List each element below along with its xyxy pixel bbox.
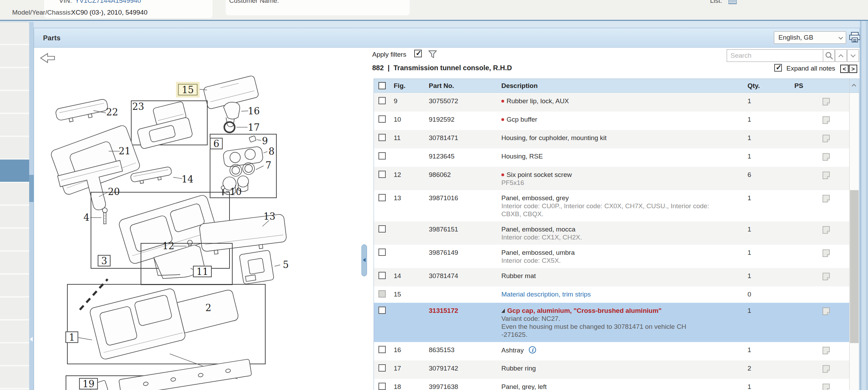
diagram-callout-12[interactable]: 12 xyxy=(162,241,174,251)
diagram-callout-22[interactable]: 22 xyxy=(106,107,118,117)
qty-cell: 6 xyxy=(743,167,782,190)
expand-all-notes-checkbox[interactable] xyxy=(774,64,782,72)
sidebar-selected-item[interactable] xyxy=(0,160,29,182)
row-checkbox[interactable] xyxy=(378,171,386,178)
description-cell: Gcp cap, aluminium, "Cross-brushed alumi… xyxy=(498,303,743,342)
row-checkbox[interactable] xyxy=(378,383,386,390)
diagram-callout-16[interactable]: 16 xyxy=(248,106,260,116)
table-row[interactable]: 1339871016Panel, embossed, greyInterior … xyxy=(374,190,850,221)
ps-cell xyxy=(782,130,850,148)
table-row[interactable]: 39876149Panel, embossed, umbraInterior c… xyxy=(374,245,850,268)
description-text: Ashtrayi xyxy=(501,346,710,356)
ps-note-icon[interactable] xyxy=(821,171,831,182)
apply-filters-checkbox[interactable] xyxy=(414,50,422,57)
row-checkbox[interactable] xyxy=(378,346,386,353)
sidebar-splitter[interactable] xyxy=(29,22,34,390)
diagram-callout-15[interactable]: 15 xyxy=(178,84,198,96)
chevron-down-icon xyxy=(851,52,856,57)
info-icon[interactable]: i xyxy=(528,346,536,356)
print-button[interactable] xyxy=(849,32,861,43)
description-subtext: Interior code: CX1X, CH2X. xyxy=(501,233,710,241)
part-no-cell: 8635153 xyxy=(428,342,498,360)
diagram-callout-8[interactable]: 8 xyxy=(268,147,274,156)
model-label: Model/Year/Chassis: xyxy=(12,9,73,16)
table-row[interactable]: 9123645Housing, RSE1 xyxy=(374,148,850,167)
material-description-link[interactable]: Material description, trim strips xyxy=(501,290,710,298)
table-row[interactable]: 109192592Gcp buffer1 xyxy=(374,112,850,130)
ps-note-icon[interactable] xyxy=(821,346,831,357)
row-checkbox[interactable] xyxy=(378,194,386,201)
table-row[interactable]: 31315172Gcp cap, aluminium, "Cross-brush… xyxy=(374,303,850,342)
prev-section-button[interactable]: < xyxy=(840,65,849,73)
table-scrollbar[interactable] xyxy=(849,79,859,390)
diagram-callout-17[interactable]: 17 xyxy=(248,123,260,132)
ps-note-icon[interactable] xyxy=(821,272,831,283)
vin-value-link[interactable]: YV1CZ7144A1549940 xyxy=(75,0,141,5)
table-row[interactable]: 15Material description, trim strips0 xyxy=(374,286,850,303)
diagram-callout-20[interactable]: 20 xyxy=(108,187,120,196)
list-icon[interactable] xyxy=(728,0,737,4)
ps-note-icon[interactable] xyxy=(821,134,831,145)
table-row[interactable]: 39876151Panel, embossed, moccaInterior c… xyxy=(374,221,850,245)
row-checkbox[interactable] xyxy=(378,307,386,314)
part-no-cell[interactable]: 31315172 xyxy=(428,303,498,342)
search-button[interactable] xyxy=(823,49,835,62)
ps-note-icon[interactable] xyxy=(821,249,831,260)
ps-note-icon[interactable] xyxy=(821,225,831,236)
ps-note-icon[interactable] xyxy=(821,383,831,390)
diagram-callout-4[interactable]: 4 xyxy=(83,213,89,222)
diagram-callout-5[interactable]: 5 xyxy=(283,260,289,269)
ps-note-icon[interactable] xyxy=(821,307,831,318)
diagram-callout-21[interactable]: 21 xyxy=(119,146,131,156)
col-ps: PS xyxy=(794,79,803,93)
search-prev-button[interactable] xyxy=(835,49,847,62)
diagram-callout-19[interactable]: 19 xyxy=(79,378,98,390)
ps-note-icon[interactable] xyxy=(821,115,831,127)
next-section-button[interactable]: > xyxy=(849,65,857,73)
search-next-button[interactable] xyxy=(847,49,859,62)
diagram-callout-2[interactable]: 2 xyxy=(205,303,211,312)
select-all-checkbox[interactable] xyxy=(378,82,386,89)
diagram-callout-9[interactable]: 9 xyxy=(262,136,268,146)
filter-funnel-icon[interactable] xyxy=(427,49,438,61)
row-checkbox[interactable] xyxy=(378,290,386,298)
table-row[interactable]: 1430781474Rubber mat1 xyxy=(374,268,850,286)
diagram-callout-6[interactable]: 6 xyxy=(210,138,223,149)
row-checkbox[interactable] xyxy=(378,225,386,233)
table-row[interactable]: 1130781471Housing, for cupholder, mounti… xyxy=(374,130,850,148)
diagram-callout-7[interactable]: 7 xyxy=(265,161,271,170)
diagram-callout-10[interactable]: 10 xyxy=(230,187,242,196)
row-checkbox[interactable] xyxy=(378,134,386,141)
diagram-table-splitter[interactable] xyxy=(361,244,367,276)
table-row[interactable]: 1730791742Rubber ring2 xyxy=(374,360,850,379)
diagram-callout-3[interactable]: 3 xyxy=(98,255,110,267)
ps-note-icon[interactable] xyxy=(821,194,831,205)
language-select[interactable]: English, GB xyxy=(774,31,846,44)
fig-cell: 13 xyxy=(390,190,428,221)
row-checkbox[interactable] xyxy=(378,272,386,279)
row-checkbox[interactable] xyxy=(378,152,386,160)
table-row[interactable]: 12986062Six point socket screwPF5x166 xyxy=(374,167,850,190)
table-row[interactable]: 1839971638Panel, grey, leftInterior code… xyxy=(374,379,850,390)
row-checkbox[interactable] xyxy=(378,115,386,123)
table-row[interactable]: 168635153Ashtrayi1 xyxy=(374,342,850,360)
row-checkbox[interactable] xyxy=(378,364,386,372)
diagram-callouts: 22231516172169871014204133121152119 xyxy=(34,48,369,390)
scrollbar-thumb[interactable] xyxy=(850,190,859,343)
row-checkbox[interactable] xyxy=(378,97,386,104)
diagram-callout-13[interactable]: 13 xyxy=(264,212,275,221)
sidebar-splitter-handle[interactable] xyxy=(29,175,34,202)
search-input[interactable] xyxy=(727,49,823,62)
diagram-callout-23[interactable]: 23 xyxy=(132,102,144,111)
row-checkbox[interactable] xyxy=(378,249,386,256)
left-sidebar[interactable] xyxy=(0,22,29,390)
ps-note-icon[interactable] xyxy=(821,152,831,163)
table-row[interactable]: 930755072Rubber lip, lock, AUX1 xyxy=(374,93,850,112)
ps-note-icon[interactable] xyxy=(821,97,831,108)
diagram-callout-1[interactable]: 1 xyxy=(65,332,78,343)
part-no-cell: 30781471 xyxy=(428,130,498,148)
diagram-callout-11[interactable]: 11 xyxy=(193,266,212,277)
svg-text:i: i xyxy=(532,347,534,353)
ps-note-icon[interactable] xyxy=(821,364,831,375)
diagram-callout-14[interactable]: 14 xyxy=(182,174,193,184)
